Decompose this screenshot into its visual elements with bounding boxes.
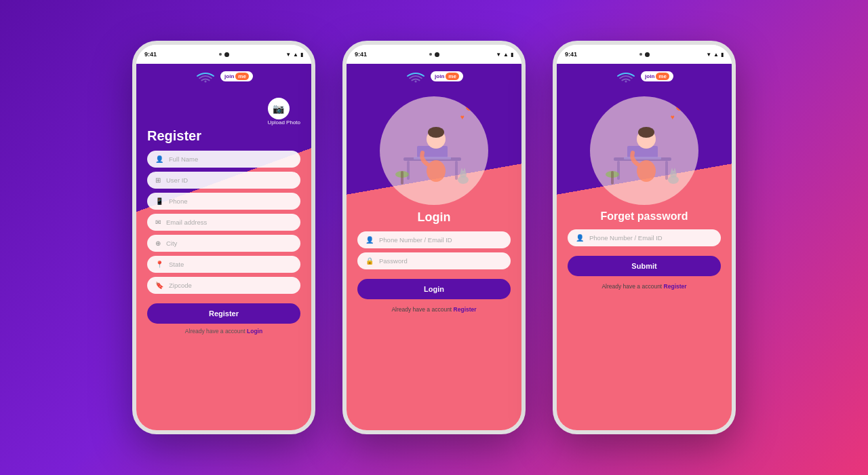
- phone-icon: 📱: [155, 197, 163, 205]
- zip-placeholder: Zipcode: [169, 282, 192, 289]
- id-icon: ⊞: [155, 176, 161, 184]
- status-icons-forget: ▼ ▲ ▮: [706, 52, 724, 58]
- status-icons-register: ▼ ▲ ▮: [285, 52, 303, 58]
- battery-status-login: ▮: [511, 52, 513, 58]
- speaker-forget: [639, 53, 642, 56]
- signal-status: ▲: [293, 52, 298, 58]
- email-icon: ✉: [155, 218, 161, 226]
- battery-status-forget: ▮: [721, 52, 724, 58]
- city-icon: ⊕: [155, 240, 161, 247]
- svg-point-1: [415, 80, 417, 82]
- svg-point-28: [670, 171, 677, 178]
- email-placeholder: Email address: [166, 218, 207, 226]
- register-header: join me: [136, 64, 311, 91]
- svg-point-16: [625, 80, 627, 82]
- svg-point-7: [427, 160, 446, 182]
- time-login: 9:41: [355, 51, 367, 58]
- forget-phone-email-placeholder: Phone Number / Email ID: [589, 234, 663, 242]
- forget-user-icon: 👤: [576, 234, 584, 242]
- svg-rect-19: [665, 161, 668, 180]
- login-phone-email-field[interactable]: 👤 Phone Number / Email ID: [357, 231, 511, 248]
- wifi-logo-icon-forget: [615, 69, 637, 83]
- time-register: 9:41: [144, 51, 157, 58]
- upload-photo-area[interactable]: 📷 Upload Photo: [147, 98, 300, 126]
- user-id-field[interactable]: ⊞ User ID: [147, 172, 300, 189]
- state-icon: 📍: [155, 261, 163, 268]
- phone-field[interactable]: 📱 Phone: [147, 193, 300, 210]
- login-button[interactable]: Login: [357, 279, 511, 299]
- battery-status: ▮: [300, 52, 303, 58]
- svg-point-13: [460, 171, 467, 178]
- login-phone: 9:41 ▼ ▲ ▮ join me: [342, 41, 526, 434]
- login-form: 👤 Phone Number / Email ID 🔒 Password Log…: [347, 231, 521, 313]
- login-already-text: Already have a account Register: [357, 306, 511, 313]
- logo-badge-forget: join me: [641, 71, 673, 81]
- user-icon: 👤: [155, 155, 163, 163]
- full-name-field[interactable]: 👤 Full Name: [147, 151, 300, 168]
- upload-photo-label: Upload Photo: [268, 119, 300, 126]
- login-header: join me: [347, 64, 521, 91]
- register-body: 📷 Upload Photo Register 👤 Full Name ⊞ Us…: [136, 91, 311, 430]
- forget-already-text: Already have a account Register: [568, 283, 721, 290]
- register-link-forget[interactable]: Register: [664, 283, 687, 290]
- forget-pink-screen: 20 ♥: [557, 91, 732, 430]
- forget-form: 👤 Phone Number / Email ID Submit Already…: [557, 229, 732, 290]
- login-illustration: 20 ♥: [380, 96, 488, 205]
- zip-icon: 🔖: [155, 282, 163, 289]
- submit-button[interactable]: Submit: [568, 256, 721, 276]
- svg-rect-26: [611, 171, 614, 185]
- login-pink-screen: 20 ♥: [347, 91, 521, 430]
- login-lock-icon: 🔒: [366, 257, 374, 265]
- signal-status-forget: ▲: [713, 52, 719, 58]
- city-field[interactable]: ⊕ City: [147, 235, 300, 252]
- status-bar-login: 9:41 ▼ ▲ ▮: [347, 45, 521, 64]
- state-placeholder: State: [169, 261, 184, 268]
- logo-join-forget: join: [645, 73, 654, 79]
- heart-icon-forget: ♥: [671, 113, 675, 121]
- forget-content: join me 20 ♥: [557, 64, 732, 430]
- svg-rect-21: [624, 157, 661, 159]
- logo-join-login: join: [435, 73, 444, 79]
- svg-point-24: [638, 127, 654, 138]
- svg-rect-3: [407, 161, 410, 180]
- camera-icon[interactable]: 📷: [268, 98, 290, 119]
- person-svg-forget: [600, 107, 688, 195]
- person-svg-login: [390, 107, 478, 195]
- svg-rect-11: [401, 171, 403, 185]
- logo-me-forget: me: [656, 73, 669, 80]
- register-button[interactable]: Register: [147, 303, 300, 324]
- email-field[interactable]: ✉ Email address: [147, 214, 300, 231]
- notch-login: [414, 50, 454, 59]
- register-link-login[interactable]: Register: [454, 306, 477, 313]
- svg-marker-14: [460, 168, 463, 172]
- forget-title: Forget password: [601, 210, 688, 223]
- status-bar-forget: 9:41 ▼ ▲ ▮: [557, 45, 732, 64]
- register-already-text: Already have a account Login: [147, 328, 300, 335]
- svg-marker-30: [673, 168, 676, 172]
- camera-login: [435, 52, 439, 57]
- heart-icon-login: ♥: [460, 113, 465, 121]
- login-password-field[interactable]: 🔒 Password: [357, 252, 511, 269]
- logo-badge-register: join me: [220, 71, 253, 81]
- register-phone: 9:41 ▼ ▲ ▮ join me: [132, 41, 315, 434]
- register-content: join me 📷 Upload Photo Register 👤 Full N…: [136, 64, 311, 430]
- state-field[interactable]: 📍 State: [147, 256, 300, 273]
- svg-marker-15: [463, 168, 466, 172]
- logo-register: join me: [195, 69, 253, 83]
- login-title: Login: [418, 210, 451, 225]
- forget-phone-email-field[interactable]: 👤 Phone Number / Email ID: [568, 229, 721, 246]
- svg-point-9: [428, 127, 444, 138]
- wifi-logo-icon-login: [405, 69, 427, 83]
- logo-forget: join me: [615, 69, 673, 83]
- zipcode-field[interactable]: 🔖 Zipcode: [147, 277, 300, 294]
- time-forget: 9:41: [565, 51, 577, 58]
- forget-phone: 9:41 ▼ ▲ ▮ join me: [553, 41, 736, 434]
- full-name-placeholder: Full Name: [169, 155, 198, 163]
- login-user-icon: 👤: [366, 236, 374, 244]
- logo-badge-login: join me: [431, 71, 463, 81]
- forget-illustration: 20 ♥: [590, 96, 698, 205]
- svg-point-0: [205, 80, 207, 82]
- camera-register: [224, 52, 229, 57]
- login-link[interactable]: Login: [247, 328, 262, 335]
- wifi-status: ▼: [285, 52, 291, 58]
